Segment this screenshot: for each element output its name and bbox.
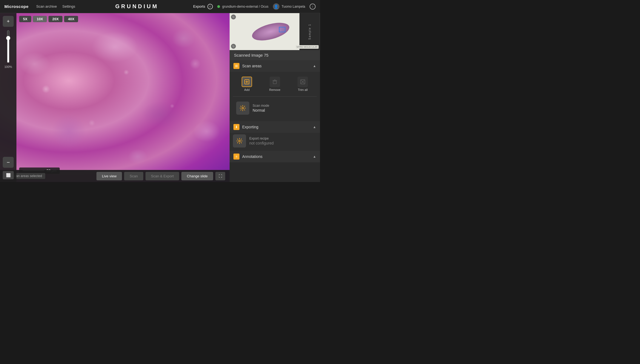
exporting-title: Exporting [242,125,310,129]
svg-point-9 [242,107,244,109]
remove-tool-icon [270,77,280,87]
zoom-out-button[interactable]: − [3,157,14,168]
topnav-right-area: Exports ○ grundium-demo-external / Ocus … [193,3,316,10]
user-org-label: grundium-demo-external / Ocus [222,5,268,8]
slide-preview[interactable]: Sample 1 VITRO MOLECULAR ↻ ↻ [230,13,320,50]
scan-button[interactable]: Scan [124,172,143,180]
slide-viewbox [279,27,285,32]
scan-configure-button[interactable] [236,102,249,115]
exports-circle-icon: ○ [207,4,213,9]
annotations-icon: ≡ [233,154,239,160]
remove-tool-label: Remove [269,88,281,91]
scan-areas-chevron-icon: ▲ [313,64,316,68]
exports-label: Exports [193,4,205,8]
slide-vendor-label: VITRO MOLECULAR [296,45,319,49]
scan-areas-icon: ⊞ [233,63,239,69]
scan-mode-label: Scan mode [253,104,269,108]
export-recipe-value: not configured [249,141,274,145]
scanned-image-title-text: Scanned Image 75 [234,53,268,57]
connection-status-dot [217,5,220,8]
scan-mode-info: Scan mode Normal [253,104,269,112]
nav-scan-archive[interactable]: Scan archive [36,3,57,10]
zoom-percent-label: 100% [4,65,12,68]
status-bar-buttons: Live view Scan Scan & Export Change slid… [96,172,225,180]
scan-tools-row: Add Remove [233,75,317,97]
trim-all-label: Trim all [298,88,308,91]
svg-point-10 [239,140,240,142]
trim-all-button[interactable]: Trim all [289,75,317,93]
app-brand: Microscope [4,4,28,9]
add-tool-icon [242,77,252,87]
exporting-content: Export recipe not configured [230,133,320,151]
add-button[interactable]: + [3,16,14,27]
mag-5x-button[interactable]: 5X [19,16,31,22]
logo-area: GRUNDIUM [81,3,193,10]
export-configure-button[interactable] [233,134,246,148]
annotations-header[interactable]: ≡ Annotations ▲ [230,151,320,162]
user-name-label: Tuomo Lampela [282,5,305,8]
right-panel: Sample 1 VITRO MOLECULAR ↻ ↻ Scanned Ima… [230,13,320,182]
add-scan-area-button[interactable]: Add [233,75,261,93]
scan-mode-value: Normal [253,108,269,112]
top-navigation: Microscope Scan archive Settings GRUNDIU… [0,0,320,13]
export-recipe-label: Export recipe [249,137,274,140]
annotations-chevron-icon: ▲ [313,155,316,158]
scan-areas-header[interactable]: ⊞ Scan areas ▲ [230,60,320,72]
add-tool-label: Add [244,88,250,91]
svg-rect-3 [273,81,276,84]
zoom-slider[interactable] [5,30,11,63]
fullscreen-button[interactable]: ⛶ [215,172,225,180]
nav-settings[interactable]: Settings [62,3,75,10]
user-info-area: grundium-demo-external / Ocus [217,5,268,8]
exporting-header[interactable]: ⬇ Exporting ▲ [230,121,320,133]
export-info: Export recipe not configured [249,137,274,145]
change-slide-button[interactable]: Change slide [181,172,213,180]
magnification-toolbar: 5X 10X 20X 40X [19,16,78,22]
scanned-image-title: Scanned Image 75 [230,50,320,60]
exporting-chevron-icon: ▲ [313,125,316,129]
annotations-title: Annotations [242,154,310,159]
user-avatar-icon: 👤 [273,3,279,10]
live-view-button[interactable]: Live view [96,172,122,180]
scan-areas-title: Scan areas [242,64,310,68]
trim-all-icon [298,77,308,87]
user-name-area: 👤 Tuomo Lampela [273,3,305,10]
grundium-logo: GRUNDIUM [115,3,159,10]
status-bar: No scan areas selected Live view Scan Sc… [0,170,230,182]
scan-areas-content: Add Remove [230,72,320,121]
export-row: Export recipe not configured [233,134,317,148]
slide-label: Sample 1 [299,13,320,50]
slide-background: Sample 1 VITRO MOLECULAR ↻ ↻ [230,13,320,50]
exporting-icon: ⬇ [233,124,239,130]
main-content: + 100% − ⬜ 5X 10X 20X 40X 50 µm No scan … [0,13,320,182]
info-icon[interactable]: i [310,4,316,10]
scan-export-button[interactable]: Scan & Export [145,172,179,180]
exports-button[interactable]: Exports ○ [193,4,213,9]
remove-scan-area-button[interactable]: Remove [261,75,289,93]
left-toolbar: + 100% − ⬜ [0,13,16,182]
mag-40x-button[interactable]: 40X [64,16,78,22]
aspect-ratio-button[interactable]: ⬜ [3,171,14,179]
microscope-image[interactable] [0,13,230,182]
slide-refresh-top-button[interactable]: ↻ [231,15,236,19]
scan-mode-row: Scan mode Normal [233,100,317,118]
mag-10x-button[interactable]: 10X [33,16,47,22]
mag-20x-button[interactable]: 20X [48,16,62,22]
slide-refresh-bottom-button[interactable]: ↻ [231,44,236,49]
zoom-slider-container: 100% [4,28,12,156]
microscope-viewport: + 100% − ⬜ 5X 10X 20X 40X 50 µm No scan … [0,13,230,182]
